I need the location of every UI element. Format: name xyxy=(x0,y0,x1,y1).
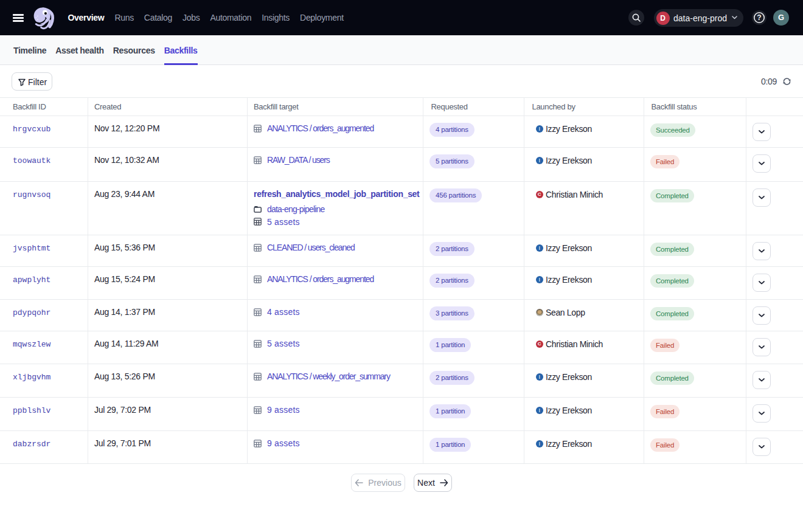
svg-text:?: ? xyxy=(757,13,761,22)
